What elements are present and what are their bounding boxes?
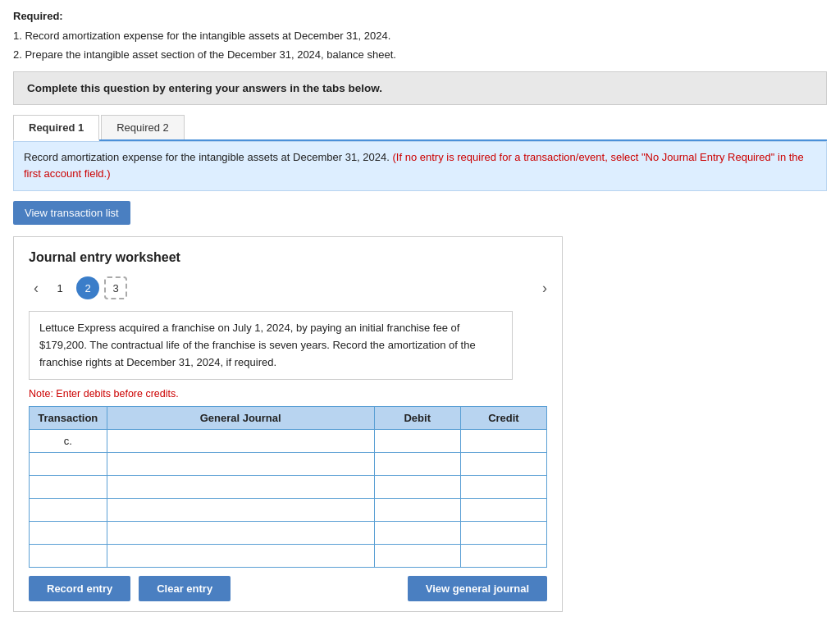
col-header-credit: Credit [460, 407, 546, 430]
required-heading: Required: [13, 8, 827, 25]
credit-input[interactable] [461, 476, 546, 498]
credit-cell[interactable] [460, 522, 546, 545]
scenario-box: Lettuce Express acquired a franchise on … [29, 311, 513, 380]
instruction-box: Record amortization expense for the inta… [13, 141, 827, 192]
table-row [30, 453, 547, 476]
debit-cell[interactable] [374, 545, 460, 568]
transaction-cell [30, 476, 107, 499]
credit-cell[interactable] [460, 430, 546, 453]
transaction-cell [30, 453, 107, 476]
credit-input[interactable] [461, 430, 546, 452]
debit-cell[interactable] [374, 476, 460, 499]
debit-input[interactable] [375, 545, 460, 567]
credit-cell[interactable] [460, 499, 546, 522]
debit-cell[interactable] [374, 453, 460, 476]
debit-input[interactable] [375, 430, 460, 452]
transaction-cell: c. [30, 430, 107, 453]
debit-input[interactable] [375, 476, 460, 498]
journal-table: Transaction General Journal Debit Credit… [29, 406, 547, 568]
col-header-debit: Debit [374, 407, 460, 430]
debit-input[interactable] [375, 499, 460, 521]
journal-input[interactable] [107, 499, 374, 521]
journal-cell[interactable] [107, 499, 374, 522]
col-header-journal: General Journal [107, 407, 374, 430]
debit-cell[interactable] [374, 522, 460, 545]
view-transaction-button[interactable]: View transaction list [13, 201, 130, 225]
journal-cell[interactable] [107, 476, 374, 499]
transaction-cell [30, 545, 107, 568]
table-row [30, 545, 547, 568]
credit-input[interactable] [461, 522, 546, 544]
credit-cell[interactable] [460, 453, 546, 476]
journal-cell[interactable] [107, 522, 374, 545]
table-row [30, 522, 547, 545]
journal-cell[interactable] [107, 545, 374, 568]
clear-entry-button[interactable]: Clear entry [139, 576, 231, 601]
credit-input[interactable] [461, 453, 546, 475]
table-row: c. [30, 430, 547, 453]
tab-required-1[interactable]: Required 1 [13, 115, 99, 141]
debit-input[interactable] [375, 522, 460, 544]
action-buttons: Record entry Clear entry View general jo… [29, 568, 547, 611]
journal-input[interactable] [107, 545, 374, 567]
table-row [30, 476, 547, 499]
transaction-cell [30, 522, 107, 545]
credit-input[interactable] [461, 545, 546, 567]
debit-cell[interactable] [374, 499, 460, 522]
next-arrow[interactable]: › [542, 280, 547, 297]
credit-input[interactable] [461, 499, 546, 521]
required-item1: 1. Record amortization expense for the i… [13, 28, 827, 44]
credit-cell[interactable] [460, 545, 546, 568]
prev-arrow[interactable]: ‹ [29, 278, 43, 299]
instruction-main: Record amortization expense for the inta… [24, 151, 390, 163]
col-header-transaction: Transaction [30, 407, 107, 430]
tabs-bar: Required 1 Required 2 [13, 115, 827, 141]
journal-input[interactable] [107, 453, 374, 475]
required-item2: 2. Prepare the intangible asset section … [13, 47, 827, 63]
worksheet-container: Journal entry worksheet ‹ 1 2 3 › Lettuc… [13, 236, 563, 612]
table-row [30, 499, 547, 522]
journal-input[interactable] [107, 522, 374, 544]
journal-input[interactable] [107, 476, 374, 498]
debit-input[interactable] [375, 453, 460, 475]
complete-box: Complete this question by entering your … [13, 71, 827, 105]
scenario-text: Lettuce Express acquired a franchise on … [39, 322, 476, 368]
record-entry-button[interactable]: Record entry [29, 576, 130, 601]
required-section: Required: 1. Record amortization expense… [13, 8, 827, 63]
nav-row: ‹ 1 2 3 › [29, 276, 547, 299]
debit-cell[interactable] [374, 430, 460, 453]
journal-input[interactable] [107, 430, 374, 452]
journal-cell[interactable] [107, 430, 374, 453]
nav-num-3[interactable]: 3 [104, 276, 127, 299]
nav-num-2[interactable]: 2 [76, 276, 99, 299]
journal-cell[interactable] [107, 453, 374, 476]
credit-cell[interactable] [460, 476, 546, 499]
transaction-cell [30, 499, 107, 522]
view-general-journal-button[interactable]: View general journal [408, 576, 547, 601]
worksheet-title: Journal entry worksheet [29, 250, 547, 265]
nav-num-1[interactable]: 1 [48, 276, 71, 299]
tab-required-2[interactable]: Required 2 [101, 115, 185, 139]
note-text: Note: Enter debits before credits. [29, 388, 547, 400]
